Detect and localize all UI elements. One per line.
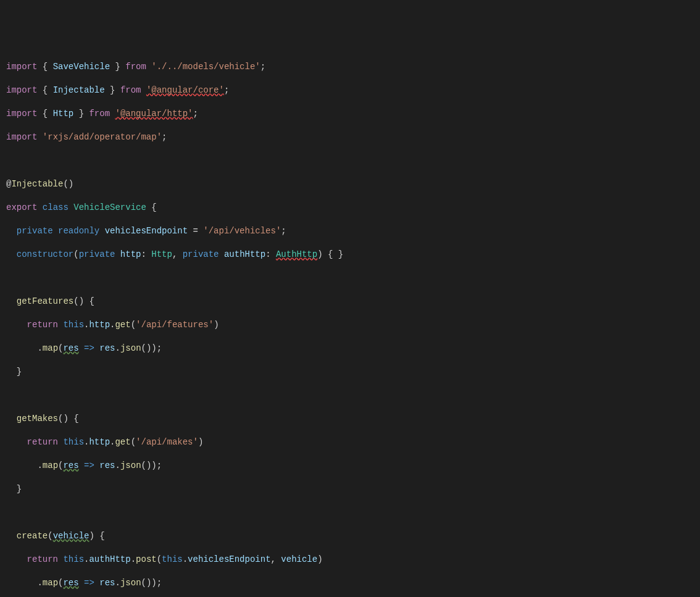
code-line: .map(res => res.json()); xyxy=(6,343,700,354)
code-line xyxy=(6,155,700,167)
hint-squiggle: res xyxy=(63,578,78,588)
code-editor[interactable]: import { SaveVehicle } from './../models… xyxy=(6,49,700,597)
code-line xyxy=(6,507,700,519)
code-line xyxy=(6,272,700,284)
code-line: .map(res => res.json()); xyxy=(6,460,700,472)
code-line: import { SaveVehicle } from './../models… xyxy=(6,61,700,73)
code-line: import { Injectable } from '@angular/cor… xyxy=(6,85,700,96)
hint-squiggle: vehicle xyxy=(53,531,90,541)
hint-squiggle: res xyxy=(63,343,78,353)
error-squiggle: '@angular/core' xyxy=(146,85,224,95)
code-line: private readonly vehiclesEndpoint = '/ap… xyxy=(6,225,700,237)
code-line: @Injectable() xyxy=(6,178,700,190)
code-line xyxy=(6,390,700,401)
code-line: .map(res => res.json()); xyxy=(6,577,700,589)
code-line: return this.http.get('/api/makes') xyxy=(6,436,700,448)
code-line: import 'rxjs/add/operator/map'; xyxy=(6,132,700,143)
error-squiggle: '@angular/http' xyxy=(115,109,193,119)
code-line: import { Http } from '@angular/http'; xyxy=(6,108,700,120)
code-line: } xyxy=(6,366,700,378)
hint-squiggle: res xyxy=(63,461,78,470)
code-line: export class VehicleService { xyxy=(6,202,700,214)
code-line: return this.authHttp.post(this.vehiclesE… xyxy=(6,554,700,566)
code-line: return this.http.get('/api/features') xyxy=(6,319,700,331)
code-line: create(vehicle) { xyxy=(6,530,700,542)
error-squiggle: AuthHttp xyxy=(276,249,317,259)
code-line: } xyxy=(6,483,700,495)
code-line: getMakes() { xyxy=(6,413,700,425)
code-line: getFeatures() { xyxy=(6,296,700,307)
code-line: constructor(private http: Http, private … xyxy=(6,249,700,261)
